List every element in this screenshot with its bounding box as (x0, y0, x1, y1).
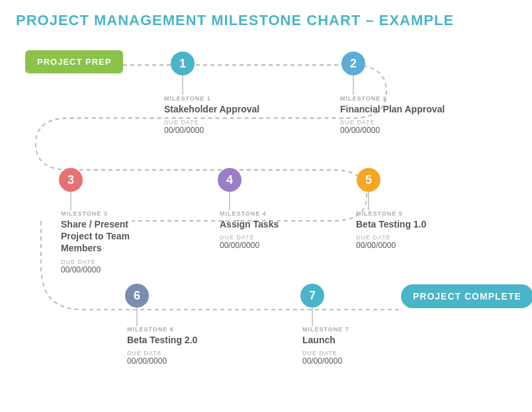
milestone-card-5: MILESTONE 5 Beta Testing 1.0 DUE DATE 00… (356, 210, 426, 250)
stem-5 (368, 192, 369, 210)
milestone-card-7: MILESTONE 7 Launch DUE DATE 00/00/0000 (302, 326, 349, 366)
milestone-card-1: MILESTONE 1 Stakeholder Approval DUE DAT… (164, 95, 259, 135)
milestone-node-1: 1 (171, 52, 195, 75)
milestone-card-2: MILESTONE 2 Financial Plan Approval DUE … (340, 95, 445, 135)
milestone-node-6: 6 (125, 284, 149, 308)
page-title: PROJECT MANAGEMENT MILESTONE CHART – EXA… (16, 12, 516, 29)
project-complete-badge: PROJECT COMPLETE (401, 284, 532, 308)
milestone-card-4: MILESTONE 4 Assign Tasks DUE DATE 00/00/… (220, 210, 279, 250)
milestone-node-2: 2 (341, 52, 365, 75)
stem-3 (70, 192, 71, 210)
stem-2 (353, 75, 354, 95)
stem-4 (229, 192, 230, 210)
milestone-card-6: MILESTONE 6 Beta Testing 2.0 DUE DATE 00… (127, 326, 197, 366)
stem-6 (136, 308, 138, 326)
milestone-node-7: 7 (300, 284, 324, 308)
stem-7 (312, 308, 313, 326)
chart-area: PROJECT PREP 1 MILESTONE 1 Stakeholder A… (16, 36, 516, 406)
stem-1 (182, 75, 183, 95)
milestone-node-3: 3 (59, 168, 83, 192)
milestone-node-5: 5 (357, 168, 380, 192)
milestone-card-3: MILESTONE 3 Share / Present Project to T… (61, 210, 147, 274)
project-prep-badge: PROJECT PREP (25, 50, 123, 73)
milestone-node-4: 4 (218, 168, 242, 192)
